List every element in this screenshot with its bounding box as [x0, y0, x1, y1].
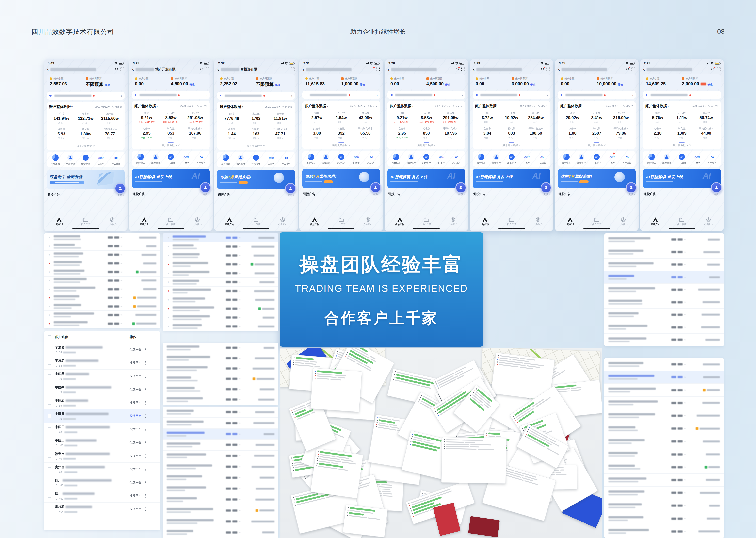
table-row[interactable]: ♥~ — [163, 278, 278, 287]
nav-item-2[interactable]: 推广管理 — [673, 217, 690, 226]
table-row[interactable]: ~ — [604, 461, 724, 474]
table-row[interactable]: ~ — [163, 418, 278, 428]
nav-item-1[interactable]: 投放广告 — [647, 217, 664, 226]
table-row[interactable]: ~ — [604, 321, 724, 334]
nav-item-1[interactable]: 投放广告 — [391, 217, 408, 226]
nav-item-2[interactable]: 推广管理 — [503, 217, 520, 226]
date-range-selector[interactable]: 06/03-08/31 ▾ — [606, 105, 621, 107]
table-row[interactable]: ~ — [604, 258, 724, 271]
shortcut-1[interactable]: 素材报表 — [304, 153, 318, 165]
table-row[interactable]: ♥~ — [163, 313, 278, 322]
shortcut-1[interactable]: 素材报表 — [134, 153, 147, 165]
customer-service-button[interactable] — [541, 182, 551, 193]
expand-more-button[interactable]: 展开更多数据 ∨ — [560, 143, 633, 148]
nav-item-3[interactable]: 广告账户 — [104, 217, 121, 226]
announcement-bar[interactable]: › — [132, 91, 210, 99]
date-range-selector[interactable]: 04/20-06/20 ▾ — [180, 105, 195, 107]
fullscreen-icon[interactable] — [376, 68, 380, 72]
nav-item-2[interactable]: 推广管理 — [247, 217, 265, 226]
nav-item-3[interactable]: 广告账户 — [529, 217, 547, 226]
shortcut-5[interactable]: ∞产品智库 — [109, 154, 123, 165]
table-row[interactable]: ♥~ — [44, 319, 160, 328]
shortcut-2[interactable]: 线索管理 — [575, 153, 588, 165]
table-row[interactable]: ~ — [604, 512, 724, 525]
table-row[interactable]: ~ — [163, 384, 278, 395]
nav-item-2[interactable]: 推广管理 — [77, 217, 94, 226]
nav-item-3[interactable]: 广告账户 — [700, 217, 717, 226]
table-row[interactable]: ~ — [163, 353, 278, 363]
platform-link[interactable]: 投放平台 — [130, 494, 141, 498]
customer-service-button[interactable] — [455, 182, 466, 193]
table-row[interactable]: ♥~ — [163, 260, 278, 269]
announcement-bar[interactable]: › — [387, 91, 465, 99]
kebab-menu-icon[interactable] — [145, 481, 146, 484]
fullscreen-icon[interactable] — [291, 68, 295, 72]
row-checkbox[interactable] — [48, 467, 51, 471]
favorite-icon[interactable]: ♥ — [167, 325, 170, 328]
kebab-menu-icon[interactable] — [145, 414, 146, 418]
shortcut-3[interactable]: 评论管理 — [420, 153, 433, 165]
nav-item-1[interactable]: 投放广告 — [306, 217, 323, 226]
shortcut-3[interactable]: 评论管理 — [334, 153, 348, 165]
shortcut-1[interactable]: 素材报表 — [560, 153, 573, 165]
more-link[interactable]: 更多 › — [373, 192, 379, 196]
nav-item-2[interactable]: 推广管理 — [162, 217, 179, 226]
table-row[interactable]: ~ — [163, 505, 278, 516]
favorite-icon[interactable]: ♥ — [48, 322, 51, 325]
more-link[interactable]: 更多 › — [118, 193, 124, 197]
shortcut-4[interactable]: oeu巨量学 — [690, 153, 704, 165]
back-icon[interactable]: ‹ — [217, 67, 219, 72]
nav-item-2[interactable]: 推广管理 — [332, 217, 350, 226]
modify-budget-link[interactable]: 修改 — [360, 83, 365, 86]
table-row[interactable]: ~ — [163, 451, 278, 461]
table-row[interactable]: ♥~ — [163, 242, 278, 251]
customer-service-button[interactable] — [711, 182, 722, 193]
platform-link[interactable]: 投放平台 — [130, 387, 141, 392]
favorite-icon[interactable]: ♥ — [167, 237, 170, 239]
expand-more-button[interactable]: 展开更多数据 ∨ — [49, 144, 122, 148]
platform-link[interactable]: 投放平台 — [130, 348, 141, 351]
account-row[interactable]: 中国共ID: 39投放平台 — [44, 370, 160, 383]
kebab-menu-icon[interactable] — [145, 374, 146, 378]
kebab-menu-icon[interactable] — [145, 361, 146, 365]
customer-service-button[interactable] — [115, 183, 126, 194]
date-range-selector[interactable]: 06/03-06/12 ▾ — [94, 105, 110, 108]
kebab-menu-icon[interactable] — [145, 454, 146, 458]
back-icon[interactable]: ‹ — [473, 67, 475, 72]
nav-item-3[interactable]: 广告账户 — [359, 217, 377, 226]
platform-link[interactable]: 投放平台 — [130, 507, 141, 511]
favorite-icon[interactable]: ♥ — [167, 298, 170, 301]
custom-range-button[interactable]: ✎ 自定义 — [623, 104, 633, 108]
announcement-bar[interactable]: › — [47, 91, 125, 100]
bell-icon[interactable] — [115, 68, 119, 72]
table-row[interactable]: ♥~ — [44, 302, 160, 311]
overview-title[interactable]: 账户整体数据 — [134, 104, 156, 108]
row-checkbox[interactable] — [48, 401, 51, 404]
table-row[interactable]: ♥~ — [44, 234, 160, 242]
table-row[interactable]: ~ — [163, 407, 278, 418]
nav-item-2[interactable]: 推广管理 — [588, 217, 605, 226]
back-icon[interactable]: ‹ — [558, 67, 560, 72]
more-link[interactable]: 更多 › — [288, 193, 294, 197]
table-row[interactable]: ♥~ — [44, 285, 160, 294]
bell-icon[interactable] — [540, 68, 544, 72]
kebab-menu-icon[interactable] — [145, 467, 146, 471]
expand-more-button[interactable]: 展开更多数据 ∨ — [475, 143, 548, 148]
row-checkbox[interactable] — [48, 427, 51, 431]
shortcut-1[interactable]: 素材报表 — [219, 154, 233, 165]
kebab-menu-icon[interactable] — [145, 388, 146, 391]
shortcut-3[interactable]: 评论管理 — [79, 154, 93, 165]
custom-range-button[interactable]: ✎ 自定义 — [368, 104, 378, 108]
account-row[interactable]: 中国共ID: 39投放平台 — [44, 383, 160, 396]
expand-more-button[interactable]: 展开更多数据 ∨ — [390, 143, 463, 148]
favorite-icon[interactable]: ♥ — [167, 254, 170, 257]
overview-title[interactable]: 账户整体数据 — [220, 104, 241, 109]
row-checkbox[interactable] — [48, 388, 51, 391]
table-row[interactable]: ~ — [163, 516, 278, 527]
favorite-icon[interactable]: ♥ — [48, 253, 51, 256]
shortcut-2[interactable]: 线索管理 — [234, 154, 248, 165]
table-row[interactable]: ~ — [604, 334, 724, 346]
bell-icon[interactable] — [200, 68, 204, 72]
back-icon[interactable]: ‹ — [132, 67, 134, 72]
platform-link[interactable]: 投放平台 — [130, 414, 141, 418]
